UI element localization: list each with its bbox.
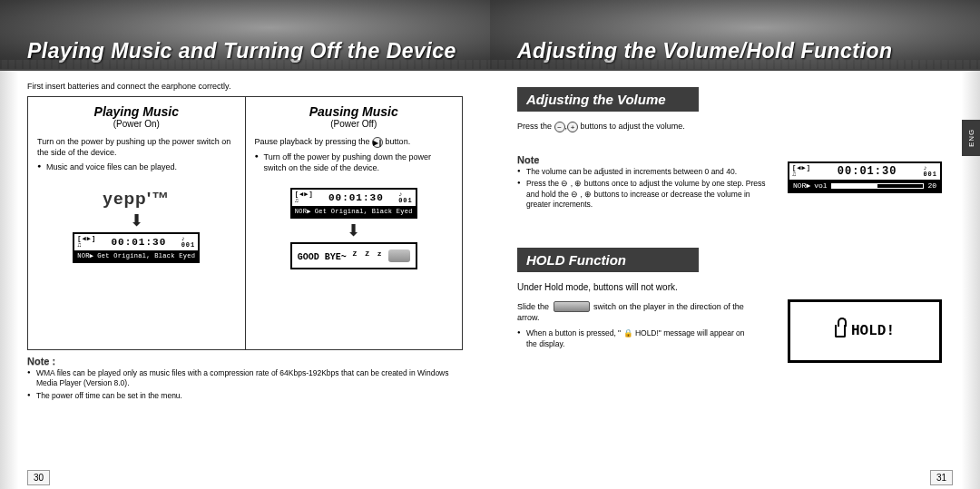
hold-section-title: HOLD Function: [517, 248, 699, 272]
manual-page-right: Adjusting the Volume/Hold Function ENG A…: [490, 0, 980, 489]
arrow-down-icon: ⬇: [255, 220, 454, 240]
vol-value: 20: [927, 181, 936, 190]
volume-lcd: [◀▶]♫ 00:01:30 ♪001 NOR▶ vol 20: [788, 161, 942, 193]
hold-intro: Under Hold mode, buttons will not work.: [517, 281, 942, 294]
lcd-nor-icon: NOR▶: [77, 252, 93, 259]
play-pause-button-icon: ▶∥: [372, 137, 383, 148]
vol-label: vol: [814, 181, 827, 190]
lcd-note-icon: ♪001: [398, 191, 413, 204]
pausing-bullet: Turn off the power by pushing down the p…: [255, 152, 454, 173]
lcd-mode-icon: [◀▶]♫: [792, 165, 811, 178]
lcd-time: 00:01:30: [838, 165, 897, 178]
pausing-title: Pausing Music: [255, 104, 454, 119]
plus-button-icon: +: [567, 122, 578, 132]
lcd-nor-icon: NOR▶: [793, 181, 810, 190]
volume-section-title: Adjusting the Volume: [517, 87, 699, 112]
playing-bullet: Music and voice files can be played.: [37, 161, 236, 172]
pausing-lcd: [◀▶]♫ 00:01:30 ♪001 NOR▶ Get Original, B…: [290, 188, 417, 219]
playing-lcd: [◀▶]♫ 00:01:30 ♪001 NOR▶ Get Original, B…: [73, 232, 200, 263]
left-content: First insert batteries and connect the e…: [27, 82, 463, 462]
lcd-nor-icon: NOR▶: [295, 208, 311, 215]
lcd-track: Get Original, Black Eyed: [315, 208, 413, 215]
hold-switch-icon: [554, 301, 590, 312]
pausing-music-box: Pausing Music (Power Off) Pause playback…: [246, 96, 464, 350]
play-pause-columns: Playing Music (Power On) Turn on the pow…: [27, 96, 463, 350]
lcd-mode-icon: [◀▶]♫: [77, 236, 96, 249]
lcd-time: 00:01:30: [111, 237, 166, 248]
zzz-icon: Z Z z: [347, 249, 384, 258]
bed-icon: [388, 249, 410, 262]
note-item: The volume can be adjusted in increments…: [517, 167, 771, 177]
intro-text: First insert batteries and connect the e…: [27, 82, 463, 91]
language-tab: ENG: [962, 120, 980, 156]
lcd-time: 00:01:30: [328, 192, 384, 203]
playing-sub: (Power On): [37, 119, 236, 129]
playing-title: Playing Music: [37, 104, 236, 119]
decorative-binary-strip: [490, 60, 980, 69]
note-heading: Note: [517, 154, 539, 165]
decorative-binary-strip: [0, 60, 490, 69]
note-item: Press the ⊖ , ⊕ buttons once to adjust t…: [517, 179, 771, 210]
lcd-track: Get Original, Black Eyed: [97, 252, 195, 259]
playing-body: Turn on the power by pushing up the powe…: [37, 136, 236, 158]
page-header: Playing Music and Turning Off the Device: [0, 0, 490, 71]
lcd-mode-icon: [◀▶]♫: [295, 191, 314, 204]
volume-bar: [831, 183, 925, 189]
arrow-down-icon: ⬇: [37, 210, 236, 230]
hold-instruction: Slide the switch on the player in the di…: [517, 301, 753, 324]
volume-instruction: Press the −,+ buttons to adjust the volu…: [517, 121, 942, 132]
manual-page-left: Playing Music and Turning Off the Device…: [0, 0, 490, 489]
note-item: The power off time can be set in the men…: [27, 391, 463, 401]
note-item: WMA files can be played only as music fi…: [27, 368, 463, 389]
lcd-note-icon: ♪001: [923, 165, 937, 178]
left-notes: WMA files can be played only as music fi…: [27, 368, 463, 401]
lock-icon: [835, 325, 846, 337]
right-content: Adjusting the Volume Press the −,+ butto…: [517, 82, 942, 462]
page-number: 31: [930, 470, 953, 485]
pausing-sub: (Power Off): [255, 119, 454, 129]
volume-notes: The volume can be adjusted in increments…: [517, 167, 771, 210]
minus-button-icon: −: [554, 122, 565, 132]
left-margin: [0, 71, 18, 489]
note-heading: Note :: [27, 356, 55, 367]
hold-display-box: HOLD!: [788, 299, 942, 363]
pausing-body: Pause playback by pressing the ▶∥ button…: [255, 136, 454, 148]
lock-icon-inline: 🔒: [623, 328, 633, 337]
playing-music-box: Playing Music (Power On) Turn on the pow…: [27, 96, 246, 350]
page-header: Adjusting the Volume/Hold Function: [490, 0, 980, 71]
yepp-logo: yepp'™: [37, 189, 236, 209]
hold-notes: When a button is pressed, " 🔒 HOLD!" mes…: [517, 328, 753, 349]
goodbye-lcd: GOOD BYE~ Z Z z: [290, 242, 417, 269]
page-number: 30: [27, 470, 50, 485]
note-item: When a button is pressed, " 🔒 HOLD!" mes…: [517, 328, 753, 349]
hold-text: HOLD!: [851, 323, 895, 339]
lcd-note-icon: ♪001: [181, 236, 196, 249]
